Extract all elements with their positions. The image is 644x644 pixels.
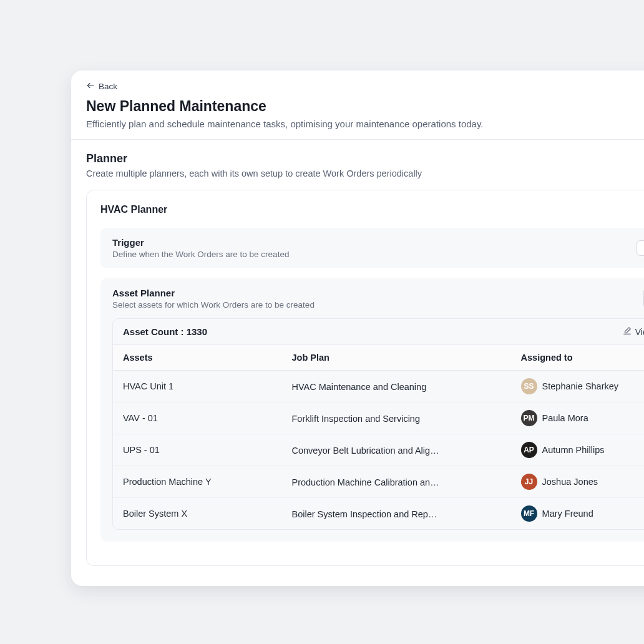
- assignee-name: Mary Freund: [542, 509, 593, 519]
- edit-icon: [623, 326, 632, 337]
- cell-assigned-to: SSStephanie Sharkey: [511, 371, 644, 402]
- cell-job-plan: Conveyor Belt Lubrication and Alignment: [281, 434, 510, 466]
- assignee-name: Joshua Jones: [542, 477, 598, 487]
- col-assets: Assets: [113, 345, 281, 371]
- cell-assigned-to: JJJoshua Jones: [511, 466, 644, 498]
- planner-section-subtitle: Create multiple planners, each with its …: [86, 168, 422, 178]
- planner-card: HVAC Planner Trigger Define when the Wor…: [86, 190, 644, 566]
- table-row[interactable]: VAV - 01Forklift Inspection and Servicin…: [113, 402, 644, 434]
- page-title: New Planned Maintenance: [86, 98, 644, 115]
- col-assigned-to: Assigned to: [511, 345, 644, 371]
- table-header-row: Assets Job Plan Assigned to: [113, 345, 644, 371]
- table-row[interactable]: HVAC Unit 1HVAC Maintenance and Cleaning…: [113, 371, 644, 402]
- back-label: Back: [99, 82, 117, 91]
- page-header: Back New Planned Maintenance Efficiently…: [71, 71, 644, 140]
- asset-count-bar: Asset Count : 1330 View & Customise: [113, 319, 644, 344]
- avatar: JJ: [521, 474, 537, 490]
- assignee-name: Stephanie Sharkey: [542, 381, 619, 391]
- arrow-left-icon: [86, 81, 95, 92]
- cell-assigned-to: PMPaula Mora: [511, 402, 644, 434]
- planner-name: HVAC Planner: [100, 204, 167, 215]
- trigger-subtitle: Define when the Work Orders are to be cr…: [112, 250, 289, 259]
- planner-card-head: HVAC Planner: [100, 204, 644, 215]
- cell-asset: Production Machine Y: [113, 466, 281, 498]
- cell-asset: Boiler System X: [113, 498, 281, 530]
- trigger-frequency-pill[interactable]: Daily: [637, 240, 644, 256]
- page-subtitle: Efficiently plan and schedule maintenanc…: [86, 119, 644, 129]
- trigger-actions: Daily: [637, 240, 644, 256]
- page-card: Back New Planned Maintenance Efficiently…: [71, 71, 644, 586]
- asset-planner-subtitle: Select assets for which Work Orders are …: [112, 300, 315, 310]
- table-row[interactable]: Boiler System XBoiler System Inspection …: [113, 498, 644, 530]
- asset-planner-title: Asset Planner: [112, 288, 315, 298]
- cell-job-plan: Production Machine Calibration and Testi…: [281, 466, 510, 498]
- cell-asset: HVAC Unit 1: [113, 371, 281, 402]
- planner-section-title: Planner: [86, 152, 422, 165]
- cell-assigned-to: MFMary Freund: [511, 498, 644, 530]
- cell-assigned-to: APAutumn Phillips: [511, 434, 644, 466]
- trigger-title: Trigger: [112, 237, 289, 248]
- cell-job-plan: Forklift Inspection and Servicing: [281, 402, 510, 434]
- assignee-name: Autumn Phillips: [542, 445, 605, 455]
- avatar: PM: [521, 410, 537, 426]
- cell-job-plan: Boiler System Inspection and Repairs: [281, 498, 510, 530]
- assignee-name: Paula Mora: [542, 413, 588, 423]
- col-job-plan: Job Plan: [281, 345, 510, 371]
- asset-planner-panel: Asset Planner Select assets for which Wo…: [100, 278, 644, 542]
- cell-asset: VAV - 01: [113, 402, 281, 434]
- asset-table-card: Asset Count : 1330 View & Customise Asse…: [112, 318, 644, 530]
- cell-job-plan: HVAC Maintenance and Cleaning: [281, 371, 510, 402]
- back-button[interactable]: Back: [86, 81, 117, 92]
- table-row[interactable]: Production Machine Y Production Machine …: [113, 466, 644, 498]
- cell-asset: UPS - 01: [113, 434, 281, 466]
- avatar: SS: [521, 378, 537, 394]
- view-customise-button[interactable]: View & Customise: [623, 326, 644, 337]
- page-body: Planner Create multiple planners, each w…: [71, 140, 644, 581]
- planner-section-head: Planner Create multiple planners, each w…: [86, 152, 644, 178]
- asset-count-label: Asset Count : 1330: [123, 326, 207, 337]
- avatar: AP: [521, 442, 537, 458]
- assets-table: Assets Job Plan Assigned to HVAC Unit 1H…: [113, 344, 644, 529]
- table-row[interactable]: UPS - 01Conveyor Belt Lubrication and Al…: [113, 434, 644, 466]
- trigger-panel: Trigger Define when the Work Orders are …: [100, 228, 644, 268]
- view-customise-label: View & Customise: [635, 327, 644, 337]
- avatar: MF: [521, 505, 537, 522]
